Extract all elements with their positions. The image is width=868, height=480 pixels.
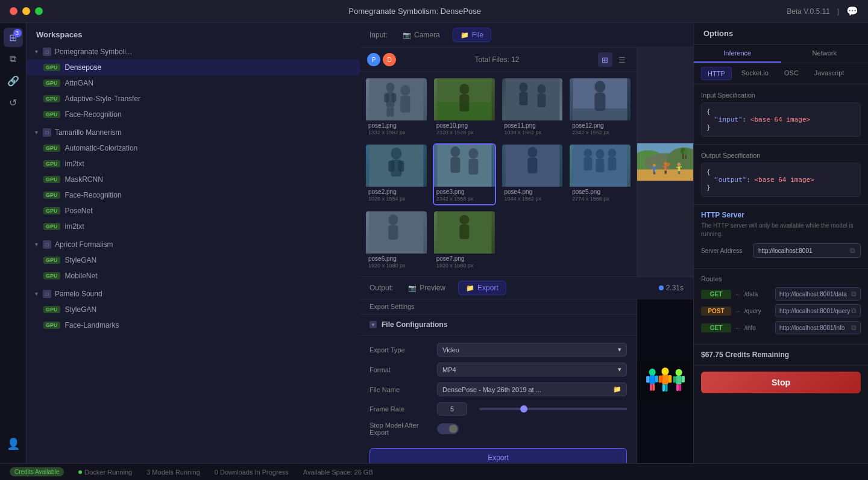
export-type-select[interactable]: Video ▾ — [437, 343, 627, 357]
docker-status-label: Docker Running — [84, 469, 132, 476]
tab-export-label: Export — [477, 284, 498, 292]
server-tab-osc[interactable]: OSC — [778, 67, 805, 80]
file-thumb-pose2 — [366, 145, 427, 187]
route-url-info[interactable]: http://localhost:8001/info ⧉ — [775, 321, 861, 334]
format-select[interactable]: MP4 ▾ — [437, 363, 627, 376]
workspace-group-header-pamelo[interactable]: ▼ □ Pamelo Sound — [27, 286, 360, 302]
model-item-stylegan-1[interactable]: GPU StyleGAN — [27, 252, 360, 268]
svg-rect-13 — [505, 78, 559, 120]
frame-rate-input[interactable]: 5 — [437, 402, 467, 416]
list-view-button[interactable]: ☰ — [615, 52, 629, 67]
model-item-face-recognition-2[interactable]: GPU Face-Recognition — [27, 187, 360, 203]
input-spec-line2: "input": <base 64 image> — [706, 116, 855, 123]
model-item-mobilenet[interactable]: GPU MobileNet — [27, 268, 360, 284]
model-item-maskrcnn[interactable]: GPU MaskRCNN — [27, 172, 360, 187]
file-item-pose10[interactable]: pose10.png 2320 x 1528 px — [433, 77, 496, 139]
model-item-face-landmarks[interactable]: GPU Face-Landmarks — [27, 317, 360, 333]
model-name-attngan: AttnGAN — [65, 79, 353, 87]
options-tab-network[interactable]: Network — [781, 45, 869, 63]
file-config-toggle[interactable]: ▼ — [370, 321, 377, 328]
server-tabs: HTTP Socket.io OSC Javascript — [694, 63, 868, 84]
tab-file[interactable]: 📁 File — [453, 28, 491, 42]
densepose-visualization — [637, 309, 693, 454]
model-item-colorization[interactable]: GPU Automatic-Colorization — [27, 140, 360, 156]
copy-icon-data[interactable]: ⧉ — [851, 290, 857, 298]
close-button[interactable] — [10, 7, 17, 15]
model-name-face-recognition-2: Face-Recognition — [65, 191, 353, 199]
server-addr-input[interactable]: http://localhost:8001 ⧉ — [753, 243, 861, 258]
model-item-im2txt-2[interactable]: GPU im2txt — [27, 219, 360, 234]
gpu-badge: GPU — [43, 207, 60, 214]
file-name-pose1: pose1.png — [366, 120, 427, 129]
workspace-group-header-pomegranate[interactable]: ▼ □ Pomegranate Symboli... — [27, 44, 360, 60]
model-item-densepose[interactable]: GPU Densepose — [27, 60, 360, 75]
sidebar-icon-link[interactable]: 🔗 — [4, 71, 23, 90]
svg-rect-87 — [659, 375, 662, 382]
maximize-button[interactable] — [35, 7, 43, 15]
file-dims-pose12: 2342 x 1552 px — [570, 129, 631, 138]
server-tab-http[interactable]: HTTP — [701, 67, 732, 80]
file-item-pose2[interactable]: pose2.png 1026 x 1554 px — [365, 143, 428, 205]
svg-rect-83 — [650, 384, 652, 391]
file-item-pose11[interactable]: pose11.png 1038 x 1562 px — [501, 77, 564, 139]
minimize-button[interactable] — [22, 7, 30, 15]
model-item-face-recognition-1[interactable]: GPU Face-Recognition — [27, 107, 360, 122]
server-tab-socket[interactable]: Socket.io — [735, 67, 775, 80]
route-url-query[interactable]: http://localhost:8001/query ⧉ — [775, 304, 861, 317]
file-name-input[interactable]: DensePose - May 26th 2019 at ... 📁 — [437, 382, 627, 396]
chat-icon[interactable]: 💬 — [846, 5, 858, 17]
stop-button[interactable]: Stop — [701, 372, 861, 393]
file-thumb-pose12 — [570, 78, 631, 120]
output-spec-code: { "output": <base 64 image> } — [701, 163, 861, 197]
stop-model-toggle[interactable] — [437, 423, 459, 434]
svg-rect-5 — [386, 107, 390, 117]
file-item-pose12[interactable]: pose12.png 2342 x 1552 px — [568, 77, 632, 139]
svg-point-38 — [596, 149, 605, 159]
copy-icon-query[interactable]: ⧉ — [851, 307, 857, 315]
sidebar-icon-user[interactable]: 👤 — [4, 434, 23, 454]
sidebar-icon-layers[interactable]: ⧉ — [4, 49, 23, 69]
tab-preview[interactable]: 📷 Preview — [400, 281, 453, 295]
options-tab-inference[interactable]: Inference — [694, 45, 781, 63]
file-grid: pose1.png 1332 x 1562 px pose1 — [360, 72, 637, 276]
tab-camera-label: Camera — [414, 31, 440, 39]
workspace-group-pomegranate: ▼ □ Pomegranate Symboli... GPU Densepose… — [27, 44, 360, 122]
input-spec-label: Input Specification — [701, 92, 861, 99]
file-item-pose6[interactable]: pose6.png 1920 x 1080 px — [365, 210, 428, 272]
server-tab-javascript[interactable]: Javascript — [808, 67, 851, 80]
file-item-pose3[interactable]: pose3.png 2342 x 1558 px — [433, 143, 496, 205]
model-name-maskrcnn: MaskRCNN — [65, 175, 353, 184]
grid-view-button[interactable]: ⊞ — [598, 52, 612, 67]
route-method-post: POST — [701, 307, 731, 316]
file-item-pose7[interactable]: pose7.png 1920 x 1080 px — [433, 210, 496, 272]
file-dims-pose5: 2774 x 1566 px — [570, 196, 631, 204]
tab-export[interactable]: 📁 Export — [458, 281, 506, 295]
model-item-adaptive[interactable]: GPU Adaptive-Style-Transfer — [27, 91, 360, 107]
file-item-pose4[interactable]: pose4.png 1044 x 1562 px — [501, 143, 564, 205]
link-icon: 🔗 — [7, 75, 19, 87]
model-item-posenet[interactable]: GPU PoseNet — [27, 203, 360, 219]
file-item-pose5[interactable]: pose5.png 2774 x 1566 px — [568, 143, 632, 205]
group-icon-2: □ — [43, 128, 51, 137]
svg-rect-29 — [450, 157, 460, 173]
workspace-group-header-apricot[interactable]: ▼ □ Apricot Formalism — [27, 237, 360, 252]
window-title: Pomegranate Symbolism: DensePose — [348, 7, 481, 16]
file-item-pose1[interactable]: pose1.png 1332 x 1562 px — [365, 77, 428, 139]
model-item-im2txt-1[interactable]: GPU im2txt — [27, 156, 360, 172]
frame-rate-slider[interactable] — [479, 408, 627, 410]
credits-available-badge: Credits Available — [10, 467, 64, 476]
route-url-data[interactable]: http://localhost:8001/data ⧉ — [775, 287, 861, 301]
sidebar-icon-workspaces[interactable]: ⊞ 3 — [4, 28, 23, 47]
collapse-icon: ▼ — [34, 49, 39, 55]
file-name-pose5: pose5.png — [570, 187, 631, 196]
copy-icon[interactable]: ⧉ — [850, 246, 855, 255]
sidebar-icon-refresh[interactable]: ↺ — [4, 93, 23, 112]
tab-camera[interactable]: 📷 Camera — [395, 28, 448, 42]
svg-point-46 — [459, 215, 469, 225]
copy-icon-info[interactable]: ⧉ — [851, 323, 857, 332]
svg-rect-60 — [652, 167, 653, 168]
model-item-stylegan-2[interactable]: GPU StyleGAN — [27, 302, 360, 317]
workspace-group-header-tamarillo[interactable]: ▼ □ Tamarillo Mannerism — [27, 125, 360, 140]
export-button[interactable]: Export — [370, 448, 627, 463]
model-item-attngan[interactable]: GPU AttnGAN — [27, 75, 360, 91]
